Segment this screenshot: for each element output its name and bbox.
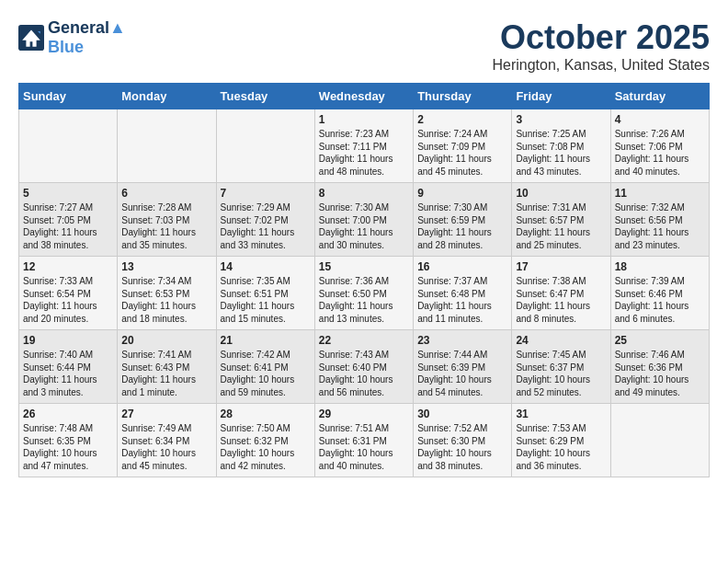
day-number: 6: [121, 187, 211, 200]
day-number: 12: [23, 260, 113, 273]
day-info: Sunrise: 7:41 AM Sunset: 6:43 PM Dayligh…: [121, 349, 211, 398]
calendar-cell: 9Sunrise: 7:30 AM Sunset: 6:59 PM Daylig…: [414, 183, 512, 257]
day-number: 2: [417, 113, 507, 126]
day-info: Sunrise: 7:48 AM Sunset: 6:35 PM Dayligh…: [23, 422, 113, 472]
day-info: Sunrise: 7:49 AM Sunset: 6:34 PM Dayligh…: [121, 422, 211, 472]
day-info: Sunrise: 7:43 AM Sunset: 6:40 PM Dayligh…: [319, 349, 409, 398]
calendar-cell: 7Sunrise: 7:29 AM Sunset: 7:02 PM Daylig…: [216, 183, 314, 257]
day-of-week-header: Saturday: [610, 84, 709, 109]
calendar-week-row: 26Sunrise: 7:48 AM Sunset: 6:35 PM Dayli…: [19, 404, 710, 477]
day-info: Sunrise: 7:51 AM Sunset: 6:31 PM Dayligh…: [319, 422, 409, 472]
day-info: Sunrise: 7:35 AM Sunset: 6:51 PM Dayligh…: [221, 275, 311, 325]
day-of-week-header: Wednesday: [314, 84, 413, 109]
calendar-cell: 19Sunrise: 7:40 AM Sunset: 6:44 PM Dayli…: [19, 330, 118, 404]
day-info: Sunrise: 7:27 AM Sunset: 7:05 PM Dayligh…: [23, 201, 113, 251]
day-number: 5: [23, 187, 113, 200]
calendar-cell: 31Sunrise: 7:53 AM Sunset: 6:29 PM Dayli…: [512, 404, 610, 477]
calendar-header: SundayMondayTuesdayWednesdayThursdayFrid…: [19, 84, 710, 109]
day-info: Sunrise: 7:45 AM Sunset: 6:37 PM Dayligh…: [516, 349, 606, 398]
day-info: Sunrise: 7:28 AM Sunset: 7:03 PM Dayligh…: [121, 201, 211, 251]
calendar-cell: 15Sunrise: 7:36 AM Sunset: 6:50 PM Dayli…: [314, 257, 413, 330]
calendar-cell: 3Sunrise: 7:25 AM Sunset: 7:08 PM Daylig…: [512, 109, 610, 183]
calendar-week-row: 19Sunrise: 7:40 AM Sunset: 6:44 PM Dayli…: [19, 330, 710, 404]
day-info: Sunrise: 7:24 AM Sunset: 7:09 PM Dayligh…: [417, 128, 507, 178]
calendar-cell: 27Sunrise: 7:49 AM Sunset: 6:34 PM Dayli…: [118, 404, 216, 477]
day-info: Sunrise: 7:25 AM Sunset: 7:08 PM Dayligh…: [516, 128, 606, 178]
page-header: General▲ Blue October 2025 Herington, Ka…: [18, 18, 710, 74]
day-number: 28: [221, 408, 311, 420]
calendar-cell: 14Sunrise: 7:35 AM Sunset: 6:51 PM Dayli…: [216, 257, 314, 330]
day-number: 31: [516, 408, 606, 420]
day-info: Sunrise: 7:30 AM Sunset: 6:59 PM Dayligh…: [417, 201, 507, 251]
calendar-cell: 16Sunrise: 7:37 AM Sunset: 6:48 PM Dayli…: [414, 257, 512, 330]
calendar-week-row: 5Sunrise: 7:27 AM Sunset: 7:05 PM Daylig…: [19, 183, 710, 257]
calendar-cell: 21Sunrise: 7:42 AM Sunset: 6:41 PM Dayli…: [216, 330, 314, 404]
day-info: Sunrise: 7:44 AM Sunset: 6:39 PM Dayligh…: [417, 349, 507, 398]
calendar-week-row: 12Sunrise: 7:33 AM Sunset: 6:54 PM Dayli…: [19, 257, 710, 330]
calendar-cell: 5Sunrise: 7:27 AM Sunset: 7:05 PM Daylig…: [19, 183, 118, 257]
calendar-cell: 29Sunrise: 7:51 AM Sunset: 6:31 PM Dayli…: [314, 404, 413, 477]
day-info: Sunrise: 7:29 AM Sunset: 7:02 PM Dayligh…: [221, 201, 311, 251]
day-of-week-header: Tuesday: [216, 84, 314, 109]
day-info: Sunrise: 7:46 AM Sunset: 6:36 PM Dayligh…: [615, 349, 705, 398]
day-number: 19: [23, 334, 113, 347]
day-number: 11: [615, 187, 705, 200]
calendar-cell: 24Sunrise: 7:45 AM Sunset: 6:37 PM Dayli…: [512, 330, 610, 404]
day-of-week-header: Sunday: [19, 84, 118, 109]
calendar-cell: 26Sunrise: 7:48 AM Sunset: 6:35 PM Dayli…: [19, 404, 118, 477]
day-number: 10: [516, 187, 606, 200]
day-number: 4: [615, 113, 705, 126]
day-number: 18: [615, 260, 705, 273]
day-number: 25: [615, 334, 705, 347]
day-number: 26: [23, 408, 113, 420]
calendar-cell: 17Sunrise: 7:38 AM Sunset: 6:47 PM Dayli…: [512, 257, 610, 330]
calendar-cell: [19, 109, 118, 183]
calendar-cell: 11Sunrise: 7:32 AM Sunset: 6:56 PM Dayli…: [610, 183, 709, 257]
calendar-cell: [610, 404, 709, 477]
calendar-cell: 18Sunrise: 7:39 AM Sunset: 6:46 PM Dayli…: [610, 257, 709, 330]
day-number: 20: [121, 334, 211, 347]
day-number: 15: [319, 260, 409, 273]
calendar-cell: 10Sunrise: 7:31 AM Sunset: 6:57 PM Dayli…: [512, 183, 610, 257]
calendar-cell: [216, 109, 314, 183]
day-number: 29: [319, 408, 409, 420]
day-info: Sunrise: 7:40 AM Sunset: 6:44 PM Dayligh…: [23, 349, 113, 398]
day-number: 27: [121, 408, 211, 420]
calendar-cell: 6Sunrise: 7:28 AM Sunset: 7:03 PM Daylig…: [118, 183, 216, 257]
logo-text: General▲ Blue: [48, 18, 126, 57]
calendar-week-row: 1Sunrise: 7:23 AM Sunset: 7:11 PM Daylig…: [19, 109, 710, 183]
calendar-body: 1Sunrise: 7:23 AM Sunset: 7:11 PM Daylig…: [19, 109, 710, 477]
day-number: 13: [121, 260, 211, 273]
day-info: Sunrise: 7:36 AM Sunset: 6:50 PM Dayligh…: [319, 275, 409, 325]
day-info: Sunrise: 7:32 AM Sunset: 6:56 PM Dayligh…: [615, 201, 705, 251]
logo-icon: [18, 25, 44, 51]
day-of-week-header: Thursday: [414, 84, 512, 109]
calendar-title: October 2025: [492, 18, 710, 57]
day-info: Sunrise: 7:26 AM Sunset: 7:06 PM Dayligh…: [615, 128, 705, 178]
logo: General▲ Blue: [18, 18, 126, 57]
calendar-cell: 4Sunrise: 7:26 AM Sunset: 7:06 PM Daylig…: [610, 109, 709, 183]
calendar-cell: 1Sunrise: 7:23 AM Sunset: 7:11 PM Daylig…: [314, 109, 413, 183]
calendar-cell: 23Sunrise: 7:44 AM Sunset: 6:39 PM Dayli…: [414, 330, 512, 404]
calendar-cell: 22Sunrise: 7:43 AM Sunset: 6:40 PM Dayli…: [314, 330, 413, 404]
day-info: Sunrise: 7:23 AM Sunset: 7:11 PM Dayligh…: [319, 128, 409, 178]
day-number: 21: [221, 334, 311, 347]
day-number: 24: [516, 334, 606, 347]
day-info: Sunrise: 7:33 AM Sunset: 6:54 PM Dayligh…: [23, 275, 113, 325]
title-block: October 2025 Herington, Kansas, United S…: [492, 18, 710, 74]
calendar-cell: [118, 109, 216, 183]
day-info: Sunrise: 7:30 AM Sunset: 7:00 PM Dayligh…: [319, 201, 409, 251]
day-number: 7: [221, 187, 311, 200]
calendar-cell: 30Sunrise: 7:52 AM Sunset: 6:30 PM Dayli…: [414, 404, 512, 477]
day-number: 30: [417, 408, 507, 420]
day-info: Sunrise: 7:38 AM Sunset: 6:47 PM Dayligh…: [516, 275, 606, 325]
day-info: Sunrise: 7:52 AM Sunset: 6:30 PM Dayligh…: [417, 422, 507, 472]
day-info: Sunrise: 7:39 AM Sunset: 6:46 PM Dayligh…: [615, 275, 705, 325]
day-info: Sunrise: 7:50 AM Sunset: 6:32 PM Dayligh…: [221, 422, 311, 472]
calendar-cell: 2Sunrise: 7:24 AM Sunset: 7:09 PM Daylig…: [414, 109, 512, 183]
calendar-subtitle: Herington, Kansas, United States: [492, 57, 710, 74]
day-info: Sunrise: 7:34 AM Sunset: 6:53 PM Dayligh…: [121, 275, 211, 325]
day-number: 8: [319, 187, 409, 200]
day-info: Sunrise: 7:31 AM Sunset: 6:57 PM Dayligh…: [516, 201, 606, 251]
day-info: Sunrise: 7:42 AM Sunset: 6:41 PM Dayligh…: [221, 349, 311, 398]
